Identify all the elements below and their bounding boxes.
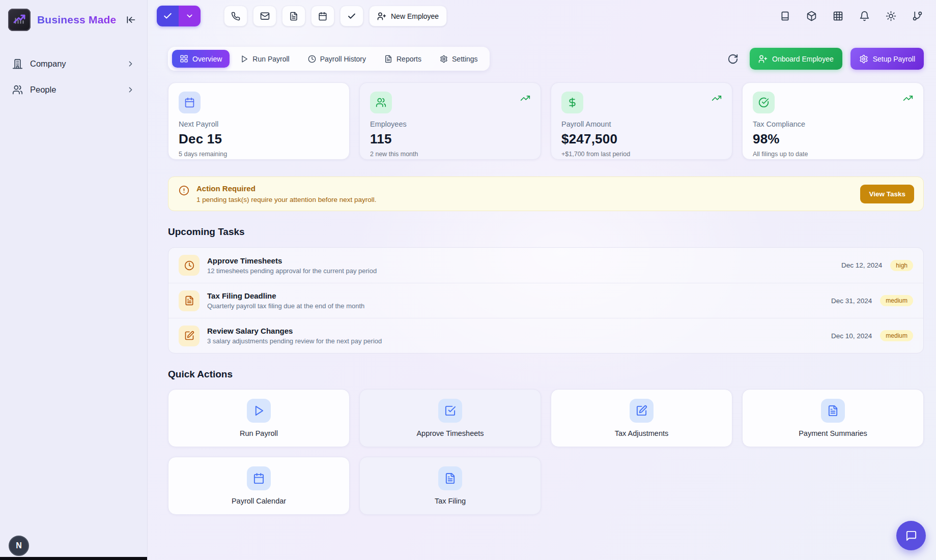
calendar-button[interactable] <box>311 6 334 26</box>
task-description: 12 timesheets pending approval for the c… <box>207 267 841 275</box>
stat-subtext: 2 new this month <box>370 151 530 158</box>
tab-overview[interactable]: Overview <box>172 50 230 68</box>
stat-label: Next Payroll <box>179 120 339 128</box>
tab-bar: Overview Run Payroll Payroll History Rep… <box>168 47 490 71</box>
sidebar-item-label: People <box>30 85 119 95</box>
quick-action-payroll-calendar[interactable]: Payroll Calendar <box>168 457 350 515</box>
bell-icon <box>859 11 870 21</box>
priority-badge: medium <box>880 295 913 306</box>
tab-payroll-history[interactable]: Payroll History <box>300 50 374 68</box>
task-texts: Approve Timesheets 12 timesheets pending… <box>207 256 841 275</box>
quick-action-payment-summaries[interactable]: Payment Summaries <box>742 389 924 447</box>
setup-payroll-label: Setup Payroll <box>873 55 915 63</box>
tab-reports[interactable]: Reports <box>377 50 429 68</box>
calendar-icon <box>247 466 271 490</box>
task-title: Approve Timesheets <box>207 256 841 265</box>
user-plus-icon <box>758 54 768 64</box>
mail-button[interactable] <box>253 6 276 26</box>
sidebar-item-label: Company <box>30 59 119 69</box>
stat-subtext: All filings up to date <box>753 151 913 158</box>
quick-action-label: Tax Adjustments <box>615 429 669 437</box>
stat-value: $247,500 <box>561 131 722 147</box>
apps-grid-button[interactable] <box>832 10 844 22</box>
sidebar-nav: Company People <box>0 40 147 103</box>
quick-action-label: Payroll Calendar <box>232 497 286 505</box>
user-plus-icon <box>377 12 386 21</box>
grid-icon <box>833 11 843 21</box>
quick-action-tax-adjustments[interactable]: Tax Adjustments <box>551 389 732 447</box>
setup-payroll-button[interactable]: Setup Payroll <box>850 48 924 70</box>
tab-label: Settings <box>452 55 478 63</box>
onboard-employee-button[interactable]: Onboard Employee <box>750 48 842 70</box>
tab-run-payroll[interactable]: Run Payroll <box>233 50 297 68</box>
view-tasks-button[interactable]: View Tasks <box>860 185 914 203</box>
stat-value: 115 <box>370 131 530 147</box>
task-title: Review Salary Changes <box>207 327 831 335</box>
alert-title: Action Required <box>196 184 860 193</box>
quick-action-approve-timesheets[interactable]: Approve Timesheets <box>359 389 541 447</box>
calendar-icon <box>179 92 201 113</box>
quick-action-tax-filing[interactable]: Tax Filing <box>359 457 541 515</box>
refresh-button[interactable] <box>727 53 739 65</box>
quick-action-label: Tax Filing <box>435 497 466 505</box>
stat-value: 98% <box>753 131 913 147</box>
stat-label: Payroll Amount <box>561 120 722 128</box>
task-row-tax-filing-deadline[interactable]: Tax Filing Deadline Quarterly payroll ta… <box>168 283 923 318</box>
sidebar: Business Made Company People N <box>0 0 148 560</box>
chevron-right-icon <box>126 85 135 94</box>
sidebar-item-company[interactable]: Company <box>0 51 147 77</box>
approve-dropdown-button[interactable] <box>179 6 201 26</box>
gear-icon <box>859 54 868 64</box>
chat-fab-button[interactable] <box>896 521 926 550</box>
toolbar-icon-group: New Employee <box>224 6 447 26</box>
phone-button[interactable] <box>224 6 247 26</box>
task-row-review-salary-changes[interactable]: Review Salary Changes 3 salary adjustmen… <box>168 318 923 353</box>
sidebar-item-people[interactable]: People <box>0 77 147 103</box>
topbar-right-icons <box>779 10 924 22</box>
stat-card-next-payroll: Next Payroll Dec 15 5 days remaining <box>168 82 350 160</box>
trending-up-icon <box>903 93 913 103</box>
tabs-row: Overview Run Payroll Payroll History Rep… <box>168 47 924 71</box>
device-icon <box>780 11 790 21</box>
version-control-button[interactable] <box>911 10 924 22</box>
header-actions: Onboard Employee Setup Payroll <box>727 48 924 70</box>
task-row-approve-timesheets[interactable]: Approve Timesheets 12 timesheets pending… <box>168 248 923 283</box>
trending-up-icon <box>712 93 722 103</box>
device-toggle-button[interactable] <box>779 10 791 22</box>
play-icon <box>247 399 271 423</box>
tab-label: Payroll History <box>320 55 366 63</box>
calendar-icon <box>318 12 327 21</box>
users-icon <box>370 92 392 113</box>
task-date: Dec 31, 2024 <box>831 297 872 305</box>
document-button[interactable] <box>282 6 305 26</box>
approve-button[interactable] <box>157 6 179 26</box>
collapse-sidebar-icon <box>126 15 136 25</box>
tab-settings[interactable]: Settings <box>432 50 486 68</box>
edit-icon <box>630 399 654 423</box>
trending-up-icon <box>520 93 530 103</box>
quick-action-run-payroll[interactable]: Run Payroll <box>168 389 350 447</box>
tab-label: Reports <box>396 55 421 63</box>
check-button[interactable] <box>340 6 363 26</box>
task-texts: Tax Filing Deadline Quarterly payroll ta… <box>207 291 831 310</box>
new-employee-button[interactable]: New Employee <box>369 6 447 26</box>
main-area: New Employee Overview <box>148 0 936 560</box>
chevron-down-icon <box>185 12 194 20</box>
quick-approve-split-button <box>157 6 201 26</box>
collapse-sidebar-button[interactable] <box>124 13 138 27</box>
stat-label: Tax Compliance <box>753 120 913 128</box>
edit-icon <box>179 326 200 346</box>
theme-toggle-button[interactable] <box>885 10 897 22</box>
components-button[interactable] <box>805 10 818 22</box>
page-content: Overview Run Payroll Payroll History Rep… <box>148 32 936 560</box>
refresh-icon <box>727 53 739 65</box>
stat-card-employees: Employees 115 2 new this month <box>359 82 541 160</box>
app-logo <box>8 9 31 31</box>
check-circle-icon <box>753 92 775 113</box>
check-square-icon <box>438 399 462 423</box>
alert-circle-icon <box>179 185 189 196</box>
dev-badge-button[interactable]: N <box>9 536 29 556</box>
stat-subtext: +$1,700 from last period <box>561 151 722 158</box>
notifications-button[interactable] <box>858 10 871 22</box>
priority-badge: high <box>890 260 913 271</box>
